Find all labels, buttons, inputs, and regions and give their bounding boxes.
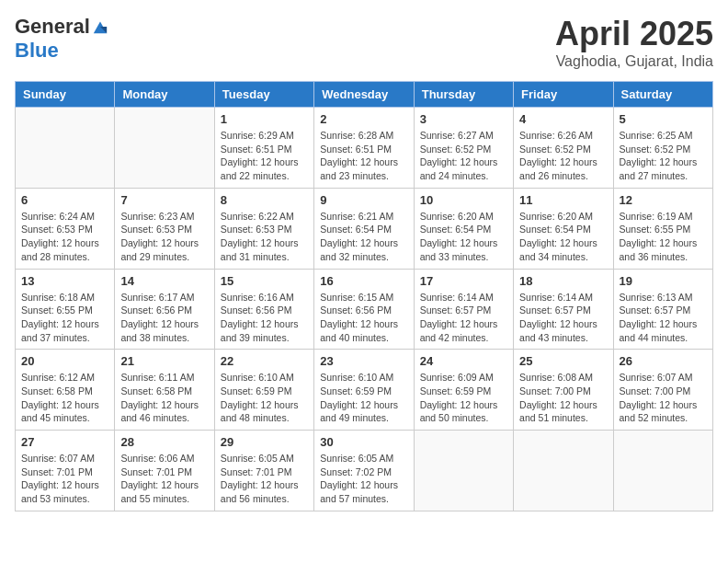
day-info: Sunrise: 6:20 AMSunset: 6:54 PMDaylight:… [420, 210, 507, 264]
sunset-text: Sunset: 6:57 PM [420, 304, 507, 317]
sunset-text: Sunset: 6:52 PM [620, 143, 707, 156]
calendar-cell: 24Sunrise: 6:09 AMSunset: 6:59 PMDayligh… [414, 350, 513, 431]
day-info: Sunrise: 6:10 AMSunset: 6:59 PMDaylight:… [221, 371, 308, 425]
col-header-thursday: Thursday [414, 82, 513, 108]
calendar-cell: 22Sunrise: 6:10 AMSunset: 6:59 PMDayligh… [214, 350, 313, 431]
sunrise-text: Sunrise: 6:14 AM [420, 291, 507, 304]
sunset-text: Sunset: 6:56 PM [320, 304, 407, 317]
logo-general: General [15, 15, 90, 39]
day-number: 24 [420, 354, 507, 368]
day-info: Sunrise: 6:23 AMSunset: 6:53 PMDaylight:… [120, 210, 208, 264]
day-info: Sunrise: 6:24 AMSunset: 6:53 PMDaylight:… [21, 210, 108, 264]
calendar-cell [514, 431, 613, 511]
day-number: 29 [221, 435, 308, 449]
day-number: 6 [21, 193, 108, 207]
sunset-text: Sunset: 7:01 PM [221, 465, 308, 479]
daylight-text: Daylight: 12 hours and 42 minutes. [420, 317, 507, 344]
sunset-text: Sunset: 7:00 PM [620, 385, 707, 398]
sunset-text: Sunset: 6:57 PM [620, 304, 707, 317]
daylight-text: Daylight: 12 hours and 43 minutes. [519, 317, 607, 344]
calendar-cell: 17Sunrise: 6:14 AMSunset: 6:57 PMDayligh… [414, 269, 513, 350]
week-row-3: 13Sunrise: 6:18 AMSunset: 6:55 PMDayligh… [16, 269, 713, 350]
sunset-text: Sunset: 6:59 PM [320, 385, 407, 398]
day-number: 27 [21, 435, 108, 449]
col-header-friday: Friday [514, 82, 613, 108]
day-info: Sunrise: 6:08 AMSunset: 7:00 PMDaylight:… [519, 371, 607, 425]
col-header-tuesday: Tuesday [214, 82, 313, 108]
daylight-text: Daylight: 12 hours and 31 minutes. [221, 236, 308, 263]
calendar-cell: 23Sunrise: 6:10 AMSunset: 6:59 PMDayligh… [314, 350, 414, 431]
sunset-text: Sunset: 6:52 PM [519, 143, 607, 156]
daylight-text: Daylight: 12 hours and 38 minutes. [120, 317, 208, 344]
title-block: April 2025 Vaghodia, Gujarat, India [555, 15, 713, 70]
day-info: Sunrise: 6:18 AMSunset: 6:55 PMDaylight:… [21, 291, 108, 345]
sunset-text: Sunset: 6:59 PM [221, 385, 308, 398]
sunrise-text: Sunrise: 6:12 AM [21, 371, 108, 385]
calendar-cell: 7Sunrise: 6:23 AMSunset: 6:53 PMDaylight… [115, 188, 214, 269]
calendar-cell: 13Sunrise: 6:18 AMSunset: 6:55 PMDayligh… [16, 269, 115, 350]
calendar-cell: 10Sunrise: 6:20 AMSunset: 6:54 PMDayligh… [414, 188, 513, 269]
day-number: 14 [120, 274, 208, 288]
daylight-text: Daylight: 12 hours and 55 minutes. [120, 478, 208, 505]
day-number: 5 [620, 112, 707, 126]
daylight-text: Daylight: 12 hours and 53 minutes. [21, 478, 108, 505]
sunrise-text: Sunrise: 6:19 AM [620, 210, 707, 224]
day-number: 12 [620, 193, 707, 207]
sunrise-text: Sunrise: 6:05 AM [320, 452, 407, 465]
day-info: Sunrise: 6:11 AMSunset: 6:58 PMDaylight:… [120, 371, 208, 425]
week-row-2: 6Sunrise: 6:24 AMSunset: 6:53 PMDaylight… [16, 188, 713, 269]
daylight-text: Daylight: 12 hours and 44 minutes. [620, 317, 707, 344]
sunrise-text: Sunrise: 6:20 AM [519, 210, 607, 224]
calendar-location: Vaghodia, Gujarat, India [555, 53, 713, 70]
daylight-text: Daylight: 12 hours and 27 minutes. [620, 155, 707, 182]
day-info: Sunrise: 6:05 AMSunset: 7:02 PMDaylight:… [320, 452, 407, 506]
day-info: Sunrise: 6:14 AMSunset: 6:57 PMDaylight:… [519, 291, 607, 345]
day-number: 22 [221, 354, 308, 368]
sunset-text: Sunset: 6:51 PM [320, 143, 407, 156]
calendar-cell: 15Sunrise: 6:16 AMSunset: 6:56 PMDayligh… [214, 269, 313, 350]
daylight-text: Daylight: 12 hours and 23 minutes. [320, 155, 407, 182]
day-info: Sunrise: 6:29 AMSunset: 6:51 PMDaylight:… [221, 129, 308, 183]
sunset-text: Sunset: 6:55 PM [620, 223, 707, 236]
sunset-text: Sunset: 6:51 PM [221, 143, 308, 156]
sunset-text: Sunset: 6:56 PM [221, 304, 308, 317]
logo-icon [92, 18, 108, 35]
day-info: Sunrise: 6:06 AMSunset: 7:01 PMDaylight:… [120, 452, 208, 506]
week-row-4: 20Sunrise: 6:12 AMSunset: 6:58 PMDayligh… [16, 350, 713, 431]
daylight-text: Daylight: 12 hours and 52 minutes. [620, 398, 707, 425]
sunrise-text: Sunrise: 6:25 AM [620, 129, 707, 143]
day-number: 18 [519, 274, 607, 288]
sunset-text: Sunset: 6:54 PM [420, 223, 507, 236]
calendar-cell: 19Sunrise: 6:13 AMSunset: 6:57 PMDayligh… [613, 269, 712, 350]
page-header: General Blue April 2025 Vaghodia, Gujara… [15, 15, 713, 70]
daylight-text: Daylight: 12 hours and 46 minutes. [120, 398, 208, 425]
day-number: 13 [21, 274, 108, 288]
daylight-text: Daylight: 12 hours and 56 minutes. [221, 478, 308, 505]
day-info: Sunrise: 6:21 AMSunset: 6:54 PMDaylight:… [320, 210, 407, 264]
day-number: 2 [320, 112, 407, 126]
calendar-cell [16, 108, 115, 189]
day-info: Sunrise: 6:05 AMSunset: 7:01 PMDaylight:… [221, 452, 308, 506]
sunset-text: Sunset: 6:53 PM [221, 223, 308, 236]
logo-blue: Blue [15, 39, 108, 63]
calendar-cell: 16Sunrise: 6:15 AMSunset: 6:56 PMDayligh… [314, 269, 414, 350]
daylight-text: Daylight: 12 hours and 24 minutes. [420, 155, 507, 182]
day-number: 10 [420, 193, 507, 207]
sunset-text: Sunset: 6:52 PM [420, 143, 507, 156]
sunrise-text: Sunrise: 6:05 AM [221, 452, 308, 465]
daylight-text: Daylight: 12 hours and 33 minutes. [420, 236, 507, 263]
day-info: Sunrise: 6:10 AMSunset: 6:59 PMDaylight:… [320, 371, 407, 425]
sunset-text: Sunset: 6:58 PM [21, 385, 108, 398]
calendar-cell: 30Sunrise: 6:05 AMSunset: 7:02 PMDayligh… [314, 431, 414, 511]
col-header-sunday: Sunday [16, 82, 115, 108]
sunrise-text: Sunrise: 6:11 AM [120, 371, 208, 385]
sunset-text: Sunset: 7:01 PM [120, 465, 208, 479]
day-info: Sunrise: 6:25 AMSunset: 6:52 PMDaylight:… [620, 129, 707, 183]
day-info: Sunrise: 6:07 AMSunset: 7:01 PMDaylight:… [21, 452, 108, 506]
day-info: Sunrise: 6:17 AMSunset: 6:56 PMDaylight:… [120, 291, 208, 345]
week-row-1: 1Sunrise: 6:29 AMSunset: 6:51 PMDaylight… [16, 108, 713, 189]
sunrise-text: Sunrise: 6:21 AM [320, 210, 407, 224]
calendar-cell: 1Sunrise: 6:29 AMSunset: 6:51 PMDaylight… [214, 108, 313, 189]
sunrise-text: Sunrise: 6:26 AM [519, 129, 607, 143]
sunrise-text: Sunrise: 6:07 AM [21, 452, 108, 465]
